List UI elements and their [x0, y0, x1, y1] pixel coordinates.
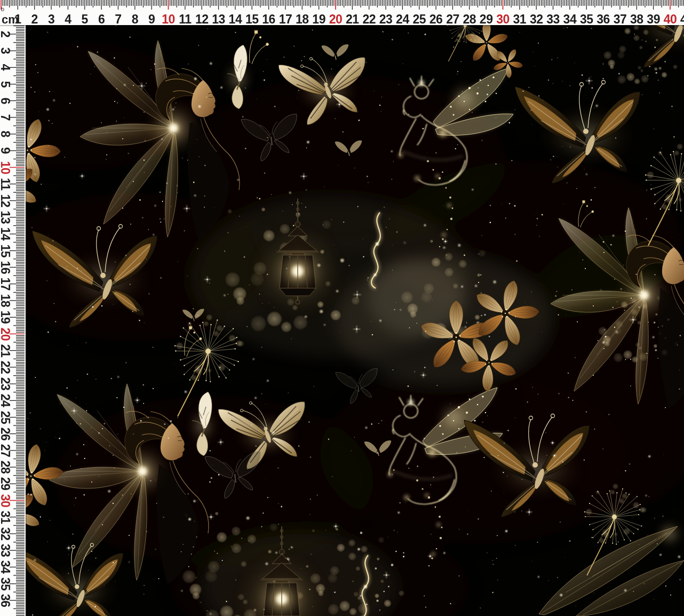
ruler-number-left: 9 [0, 147, 11, 154]
ruler-number-left: 2 [0, 31, 11, 37]
ruler-number-left: 32 [0, 527, 11, 541]
ruler-number-left: 25 [0, 410, 11, 424]
ruler-number-left: 8 [0, 131, 11, 137]
ruler-number-top: 11 [179, 13, 191, 25]
ruler-number-top: 29 [480, 13, 493, 25]
ruler-number-left: 24 [0, 394, 11, 407]
ruler-number-top: 21 [346, 13, 359, 25]
ruler-number-left: 13 [0, 211, 11, 224]
ruler-number-left: 14 [0, 227, 11, 241]
ruler-number-top: 34 [563, 13, 577, 25]
ruler-number-left: 10 [0, 161, 11, 174]
ruler-number-left: 17 [0, 278, 11, 291]
ruler-number-left: 20 [0, 327, 11, 341]
ruler-number-top: 25 [412, 13, 426, 25]
ruler-number-top: 4 [65, 13, 71, 25]
ruler-number-top: 14 [229, 13, 242, 25]
ruler-number-left: 11 [0, 178, 11, 190]
ruler-number-top: 41 [680, 13, 684, 25]
ruler-number-left: 29 [0, 477, 11, 491]
ruler-number-top: 10 [162, 13, 175, 25]
tick-marks [3, 0, 683, 10]
ruler-number-top: 23 [379, 13, 393, 25]
ruler-number-top: 2 [31, 13, 38, 25]
ruler-number-top: 18 [296, 13, 309, 25]
ruler-number-top: 36 [596, 13, 610, 25]
ruler-number-top: 17 [279, 13, 292, 25]
ruler-number-left: 18 [0, 294, 11, 307]
ruler-number-left: 6 [0, 98, 11, 104]
ruler-number-left: 27 [0, 444, 11, 457]
ruler-number-top: 30 [496, 13, 510, 25]
ruler-number-left: 15 [0, 244, 11, 257]
ruler-number-left: 28 [0, 461, 11, 474]
ruler-number-top: 31 [513, 13, 527, 25]
ruler-number-left: 3 [0, 48, 11, 54]
ruler-number-top: 6 [98, 13, 105, 25]
ruler-number-top: 39 [647, 13, 660, 25]
ruler-number-top: 8 [132, 13, 138, 25]
ruler-number-top: 15 [245, 13, 259, 25]
ruler-number-top: 9 [148, 13, 155, 25]
ruler-number-left: 31 [0, 510, 11, 524]
ruler-number-top: 24 [396, 13, 409, 25]
ruler-unit-label: cm [2, 14, 19, 25]
fabric-pattern [0, 0, 684, 616]
ruler-number-top: 33 [546, 13, 560, 25]
ruler-number-top: 20 [329, 13, 343, 25]
ruler-number-top: 22 [362, 13, 376, 25]
ruler-number-left: 5 [0, 81, 11, 87]
ruler-number-top: 3 [48, 13, 54, 25]
ruler-number-left: 36 [0, 594, 11, 607]
ruler-corner-mark: b [1, 6, 4, 12]
ruler-number-top: 28 [463, 13, 476, 25]
ruler-number-top: 12 [195, 13, 209, 25]
ruler-number-top: 19 [312, 13, 325, 25]
ruler-number-top: 38 [630, 13, 643, 25]
ruler-number-left: 16 [0, 260, 11, 274]
ruler-number-left: 4 [0, 64, 11, 70]
ruler-number-top: 40 [664, 13, 677, 25]
ruler-left: 2345678910111213141516171819202122232425… [0, 25, 26, 616]
ruler-number-left: 26 [0, 427, 11, 440]
ruler-number-top: 7 [115, 13, 121, 25]
ruler-number-top: 13 [212, 13, 225, 25]
ruler-number-left: 7 [0, 114, 11, 121]
ruler-number-left: 19 [0, 311, 11, 324]
ruler-number-top: 26 [430, 13, 443, 25]
ruler-number-left: 30 [0, 494, 11, 507]
ruler-top: 1234567891011121314151617181920212223242… [0, 0, 684, 25]
ruler-number-top: 5 [82, 13, 88, 25]
ruler-number-left: 12 [0, 194, 11, 208]
ruler-number-top: 35 [580, 13, 593, 25]
ruler-number-top: 27 [446, 13, 459, 25]
ruler-number-left: 23 [0, 377, 11, 391]
ruler-number-top: 32 [530, 13, 543, 25]
ruler-number-top: 16 [262, 13, 275, 25]
ruler-number-left: 21 [0, 344, 11, 357]
ruler-number-top: 37 [614, 13, 627, 25]
fabric-preview: 1234567891011121314151617181920212223242… [0, 0, 684, 616]
ruler-number-left: 33 [0, 544, 11, 557]
ruler-number-left: 22 [0, 361, 11, 374]
ruler-number-left: 35 [0, 577, 11, 590]
ruler-number-left: 34 [0, 560, 11, 574]
